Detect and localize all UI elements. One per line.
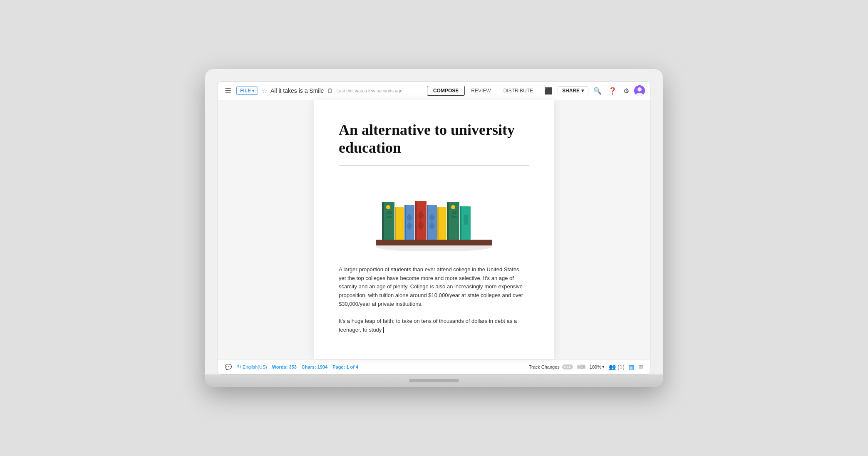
tab-compose[interactable]: COMPOSE [427, 86, 465, 96]
books-svg [363, 178, 505, 251]
laptop-screen: ☰ FILE ▾ ☆ All it takes is a Smile 🗒 Las… [218, 82, 650, 375]
words-count: Words: 353 [272, 364, 297, 369]
paragraph-2: It's a huge leap of faith; to take on te… [339, 317, 529, 335]
last-edit-text: Last edit was a few seconds ago [336, 88, 402, 93]
svg-rect-27 [447, 202, 449, 240]
star-icon[interactable]: ☆ [261, 87, 267, 95]
collaborators-icon[interactable]: 👥 (1) [609, 364, 625, 370]
svg-point-1 [637, 87, 642, 92]
left-sidebar [218, 100, 314, 359]
document-heading: An alternative to university education [339, 121, 529, 157]
hamburger-icon[interactable]: ☰ [223, 84, 233, 97]
zoom-level: 100% [590, 364, 601, 369]
paragraph-1: A larger proportion of students than eve… [339, 265, 529, 309]
text-cursor [383, 327, 384, 333]
tab-distribute[interactable]: DISTRIBUTE [497, 86, 539, 96]
status-right: Track Changes OFF ⌨ 100% ▾ 👥 (1) ▦ ✉ [529, 364, 643, 370]
page-view-icon[interactable]: ▦ [629, 364, 634, 370]
language-label: English(US) [243, 364, 267, 369]
comment-icon[interactable]: 💬 [225, 364, 232, 370]
svg-rect-17 [415, 201, 417, 240]
doc-divider [339, 165, 529, 166]
zoom-control[interactable]: 100% ▾ [590, 364, 605, 369]
zoom-chevron-icon: ▾ [602, 364, 605, 369]
track-changes-toggle[interactable]: OFF [562, 364, 573, 369]
language-icon: ↻ [237, 364, 241, 370]
language-selector[interactable]: ↻ English(US) [237, 364, 267, 370]
svg-rect-13 [404, 205, 406, 240]
books-illustration [339, 178, 529, 251]
page-count: Page: 1 of 4 [332, 364, 358, 369]
document-body: A larger proportion of students than eve… [339, 265, 529, 335]
toolbar-right: ⬛ SHARE ▾ 🔍 ❓ ⚙ [543, 85, 645, 97]
toolbar-left: ☰ FILE ▾ ☆ All it takes is a Smile 🗒 Las… [223, 84, 424, 97]
svg-rect-10 [395, 207, 404, 240]
track-changes-label: Track Changes [529, 364, 560, 369]
svg-rect-32 [460, 206, 461, 240]
track-changes: Track Changes OFF [529, 364, 573, 369]
search-icon[interactable]: 🔍 [592, 85, 603, 97]
mail-icon[interactable]: ✉ [638, 364, 643, 370]
file-label: FILE [240, 88, 251, 94]
svg-rect-11 [395, 207, 396, 240]
laptop-frame: ☰ FILE ▾ ☆ All it takes is a Smile 🗒 Las… [205, 69, 663, 387]
share-label: SHARE [562, 88, 580, 94]
document-title: All it takes is a Smile [270, 87, 324, 94]
laptop-base [205, 374, 663, 387]
svg-point-30 [451, 205, 455, 209]
svg-rect-7 [387, 211, 392, 214]
document-area[interactable]: An alternative to university education [314, 100, 554, 359]
chars-count: Chars: 1904 [302, 364, 327, 369]
settings-icon[interactable]: ⚙ [622, 85, 631, 97]
main-area: An alternative to university education [218, 100, 650, 359]
share-button[interactable]: SHARE ▾ [558, 86, 588, 95]
svg-rect-4 [376, 240, 492, 245]
tab-review[interactable]: REVIEW [465, 86, 497, 96]
svg-rect-25 [437, 207, 439, 240]
analytics-icon[interactable]: ⬛ [543, 85, 554, 97]
svg-rect-33 [464, 215, 468, 225]
svg-rect-6 [382, 202, 384, 240]
avatar[interactable] [634, 85, 645, 96]
laptop-notch [409, 379, 459, 382]
keyboard-icon[interactable]: ⌨ [577, 364, 585, 370]
file-button[interactable]: FILE ▾ [236, 87, 258, 95]
svg-rect-8 [387, 216, 392, 218]
doc-icon: 🗒 [327, 87, 333, 94]
svg-point-9 [386, 205, 390, 209]
svg-rect-29 [452, 216, 457, 218]
svg-rect-21 [427, 205, 428, 240]
status-bar: 💬 ↻ English(US) Words: 353 Chars: 1904 P… [218, 359, 650, 374]
svg-rect-28 [452, 211, 457, 214]
status-left: 💬 ↻ English(US) Words: 353 Chars: 1904 P… [225, 364, 522, 370]
svg-rect-24 [437, 207, 446, 240]
file-chevron-icon: ▾ [252, 89, 254, 93]
right-sidebar [554, 100, 650, 359]
help-icon[interactable]: ❓ [607, 85, 618, 97]
toolbar: ☰ FILE ▾ ☆ All it takes is a Smile 🗒 Las… [218, 82, 650, 100]
share-chevron-icon: ▾ [581, 88, 584, 94]
toolbar-tabs: COMPOSE REVIEW DISTRIBUTE [427, 86, 539, 96]
